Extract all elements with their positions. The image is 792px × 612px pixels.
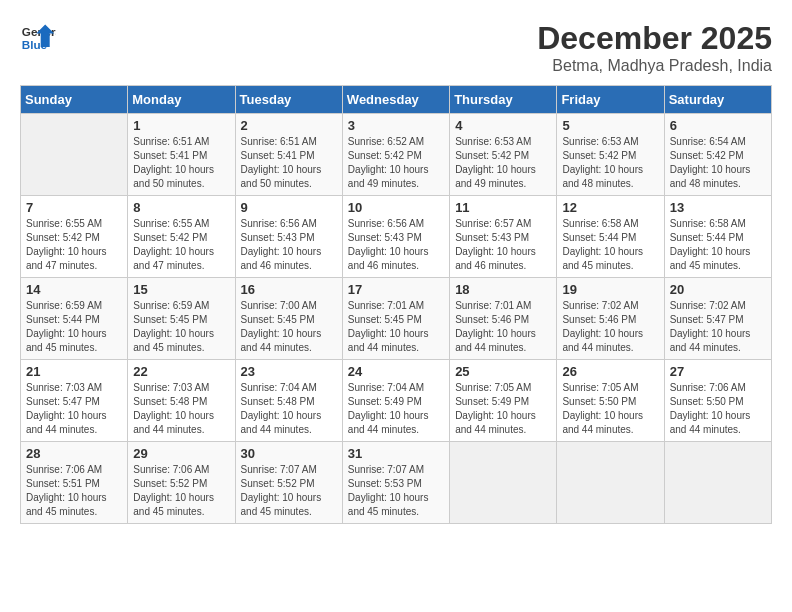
- day-number: 30: [241, 446, 337, 461]
- day-number: 31: [348, 446, 444, 461]
- logo-icon: General Blue: [20, 20, 56, 56]
- day-number: 17: [348, 282, 444, 297]
- day-number: 29: [133, 446, 229, 461]
- day-cell: 9Sunrise: 6:56 AM Sunset: 5:43 PM Daylig…: [235, 196, 342, 278]
- week-row-2: 7Sunrise: 6:55 AM Sunset: 5:42 PM Daylig…: [21, 196, 772, 278]
- day-number: 10: [348, 200, 444, 215]
- day-info: Sunrise: 7:06 AM Sunset: 5:50 PM Dayligh…: [670, 381, 766, 437]
- day-info: Sunrise: 6:52 AM Sunset: 5:42 PM Dayligh…: [348, 135, 444, 191]
- day-info: Sunrise: 6:51 AM Sunset: 5:41 PM Dayligh…: [241, 135, 337, 191]
- day-cell: 26Sunrise: 7:05 AM Sunset: 5:50 PM Dayli…: [557, 360, 664, 442]
- day-cell: 1Sunrise: 6:51 AM Sunset: 5:41 PM Daylig…: [128, 114, 235, 196]
- day-info: Sunrise: 7:04 AM Sunset: 5:48 PM Dayligh…: [241, 381, 337, 437]
- calendar-table: SundayMondayTuesdayWednesdayThursdayFrid…: [20, 85, 772, 524]
- day-cell: 23Sunrise: 7:04 AM Sunset: 5:48 PM Dayli…: [235, 360, 342, 442]
- day-number: 23: [241, 364, 337, 379]
- header-day-sunday: Sunday: [21, 86, 128, 114]
- week-row-1: 1Sunrise: 6:51 AM Sunset: 5:41 PM Daylig…: [21, 114, 772, 196]
- day-cell: 29Sunrise: 7:06 AM Sunset: 5:52 PM Dayli…: [128, 442, 235, 524]
- day-number: 1: [133, 118, 229, 133]
- day-info: Sunrise: 7:06 AM Sunset: 5:52 PM Dayligh…: [133, 463, 229, 519]
- day-info: Sunrise: 6:56 AM Sunset: 5:43 PM Dayligh…: [348, 217, 444, 273]
- day-cell: 10Sunrise: 6:56 AM Sunset: 5:43 PM Dayli…: [342, 196, 449, 278]
- day-info: Sunrise: 6:53 AM Sunset: 5:42 PM Dayligh…: [562, 135, 658, 191]
- day-cell: 16Sunrise: 7:00 AM Sunset: 5:45 PM Dayli…: [235, 278, 342, 360]
- day-number: 24: [348, 364, 444, 379]
- day-info: Sunrise: 7:00 AM Sunset: 5:45 PM Dayligh…: [241, 299, 337, 355]
- day-info: Sunrise: 7:03 AM Sunset: 5:47 PM Dayligh…: [26, 381, 122, 437]
- day-info: Sunrise: 6:55 AM Sunset: 5:42 PM Dayligh…: [26, 217, 122, 273]
- day-number: 28: [26, 446, 122, 461]
- day-cell: 25Sunrise: 7:05 AM Sunset: 5:49 PM Dayli…: [450, 360, 557, 442]
- day-number: 15: [133, 282, 229, 297]
- day-cell: 21Sunrise: 7:03 AM Sunset: 5:47 PM Dayli…: [21, 360, 128, 442]
- day-info: Sunrise: 7:02 AM Sunset: 5:47 PM Dayligh…: [670, 299, 766, 355]
- week-row-3: 14Sunrise: 6:59 AM Sunset: 5:44 PM Dayli…: [21, 278, 772, 360]
- header: General Blue December 2025 Betma, Madhya…: [20, 20, 772, 75]
- day-cell: 11Sunrise: 6:57 AM Sunset: 5:43 PM Dayli…: [450, 196, 557, 278]
- day-info: Sunrise: 6:59 AM Sunset: 5:44 PM Dayligh…: [26, 299, 122, 355]
- day-number: 19: [562, 282, 658, 297]
- header-day-monday: Monday: [128, 86, 235, 114]
- day-number: 8: [133, 200, 229, 215]
- day-number: 2: [241, 118, 337, 133]
- month-title: December 2025: [537, 20, 772, 57]
- header-day-friday: Friday: [557, 86, 664, 114]
- day-info: Sunrise: 6:54 AM Sunset: 5:42 PM Dayligh…: [670, 135, 766, 191]
- day-number: 26: [562, 364, 658, 379]
- day-cell: 3Sunrise: 6:52 AM Sunset: 5:42 PM Daylig…: [342, 114, 449, 196]
- day-cell: 5Sunrise: 6:53 AM Sunset: 5:42 PM Daylig…: [557, 114, 664, 196]
- day-cell: 8Sunrise: 6:55 AM Sunset: 5:42 PM Daylig…: [128, 196, 235, 278]
- day-cell: 22Sunrise: 7:03 AM Sunset: 5:48 PM Dayli…: [128, 360, 235, 442]
- day-number: 27: [670, 364, 766, 379]
- day-number: 22: [133, 364, 229, 379]
- day-cell: 4Sunrise: 6:53 AM Sunset: 5:42 PM Daylig…: [450, 114, 557, 196]
- day-cell: 2Sunrise: 6:51 AM Sunset: 5:41 PM Daylig…: [235, 114, 342, 196]
- day-number: 14: [26, 282, 122, 297]
- day-cell: 7Sunrise: 6:55 AM Sunset: 5:42 PM Daylig…: [21, 196, 128, 278]
- day-cell: 14Sunrise: 6:59 AM Sunset: 5:44 PM Dayli…: [21, 278, 128, 360]
- day-cell: [557, 442, 664, 524]
- day-number: 3: [348, 118, 444, 133]
- day-number: 13: [670, 200, 766, 215]
- day-cell: 28Sunrise: 7:06 AM Sunset: 5:51 PM Dayli…: [21, 442, 128, 524]
- day-info: Sunrise: 7:05 AM Sunset: 5:49 PM Dayligh…: [455, 381, 551, 437]
- day-info: Sunrise: 6:53 AM Sunset: 5:42 PM Dayligh…: [455, 135, 551, 191]
- day-number: 9: [241, 200, 337, 215]
- day-cell: 20Sunrise: 7:02 AM Sunset: 5:47 PM Dayli…: [664, 278, 771, 360]
- day-info: Sunrise: 6:58 AM Sunset: 5:44 PM Dayligh…: [562, 217, 658, 273]
- logo: General Blue: [20, 20, 56, 56]
- day-cell: 17Sunrise: 7:01 AM Sunset: 5:45 PM Dayli…: [342, 278, 449, 360]
- day-cell: 27Sunrise: 7:06 AM Sunset: 5:50 PM Dayli…: [664, 360, 771, 442]
- day-cell: 12Sunrise: 6:58 AM Sunset: 5:44 PM Dayli…: [557, 196, 664, 278]
- day-number: 25: [455, 364, 551, 379]
- day-info: Sunrise: 6:58 AM Sunset: 5:44 PM Dayligh…: [670, 217, 766, 273]
- header-day-saturday: Saturday: [664, 86, 771, 114]
- header-row: SundayMondayTuesdayWednesdayThursdayFrid…: [21, 86, 772, 114]
- day-number: 5: [562, 118, 658, 133]
- day-cell: 19Sunrise: 7:02 AM Sunset: 5:46 PM Dayli…: [557, 278, 664, 360]
- title-area: December 2025 Betma, Madhya Pradesh, Ind…: [537, 20, 772, 75]
- day-info: Sunrise: 7:05 AM Sunset: 5:50 PM Dayligh…: [562, 381, 658, 437]
- day-info: Sunrise: 7:02 AM Sunset: 5:46 PM Dayligh…: [562, 299, 658, 355]
- day-number: 4: [455, 118, 551, 133]
- day-cell: [664, 442, 771, 524]
- day-cell: 30Sunrise: 7:07 AM Sunset: 5:52 PM Dayli…: [235, 442, 342, 524]
- day-info: Sunrise: 7:06 AM Sunset: 5:51 PM Dayligh…: [26, 463, 122, 519]
- day-number: 6: [670, 118, 766, 133]
- day-info: Sunrise: 7:03 AM Sunset: 5:48 PM Dayligh…: [133, 381, 229, 437]
- day-number: 16: [241, 282, 337, 297]
- header-day-thursday: Thursday: [450, 86, 557, 114]
- day-cell: 15Sunrise: 6:59 AM Sunset: 5:45 PM Dayli…: [128, 278, 235, 360]
- location-title: Betma, Madhya Pradesh, India: [537, 57, 772, 75]
- day-info: Sunrise: 6:55 AM Sunset: 5:42 PM Dayligh…: [133, 217, 229, 273]
- day-cell: [450, 442, 557, 524]
- day-cell: [21, 114, 128, 196]
- day-number: 20: [670, 282, 766, 297]
- day-info: Sunrise: 7:01 AM Sunset: 5:46 PM Dayligh…: [455, 299, 551, 355]
- day-cell: 13Sunrise: 6:58 AM Sunset: 5:44 PM Dayli…: [664, 196, 771, 278]
- day-number: 21: [26, 364, 122, 379]
- day-info: Sunrise: 6:59 AM Sunset: 5:45 PM Dayligh…: [133, 299, 229, 355]
- header-day-tuesday: Tuesday: [235, 86, 342, 114]
- day-cell: 24Sunrise: 7:04 AM Sunset: 5:49 PM Dayli…: [342, 360, 449, 442]
